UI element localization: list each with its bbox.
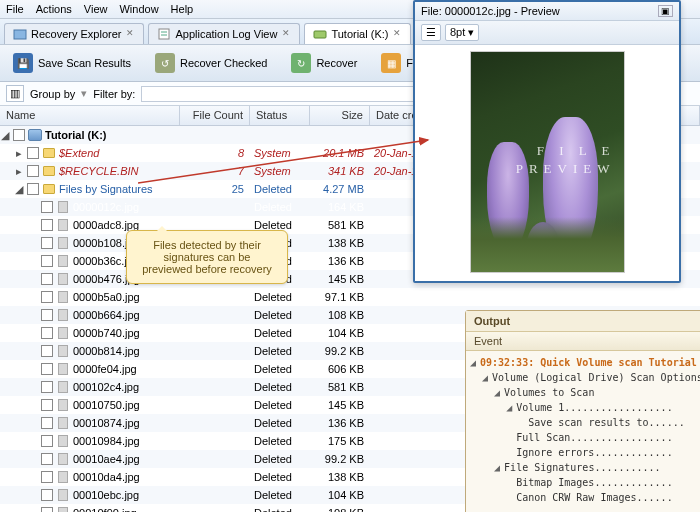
filter-input[interactable] <box>141 86 421 102</box>
recover-label: Recover <box>316 57 357 69</box>
folder-icon <box>42 182 56 196</box>
output-col-event[interactable]: Event <box>466 332 700 351</box>
file-icon <box>56 290 70 304</box>
checkbox[interactable] <box>41 237 53 249</box>
preview-title-text: File: 0000012c.jpg - Preview <box>421 5 560 17</box>
output-body[interactable]: ◢09:32:33: Quick Volume scan Tutorial ◢V… <box>466 351 700 509</box>
checkbox[interactable] <box>41 201 53 213</box>
preview-titlebar[interactable]: File: 0000012c.jpg - Preview ▣ <box>415 2 679 21</box>
menu-file[interactable]: File <box>6 3 24 15</box>
file-icon <box>56 308 70 322</box>
output-pane: Output Event ◢09:32:33: Quick Volume sca… <box>465 310 700 512</box>
checkbox[interactable] <box>41 507 53 512</box>
file-icon <box>56 272 70 286</box>
checkbox[interactable] <box>41 471 53 483</box>
checkbox[interactable] <box>41 381 53 393</box>
folder-icon <box>42 146 56 160</box>
preview-image: F I L E PREVIEW <box>470 51 625 273</box>
file-icon <box>56 434 70 448</box>
log-icon <box>157 27 171 41</box>
checkbox[interactable] <box>27 147 39 159</box>
file-icon <box>56 326 70 340</box>
save-label: Save Scan Results <box>38 57 131 69</box>
tab-label: Tutorial (K:) <box>331 28 388 40</box>
filterby-label[interactable]: Filter by: <box>93 88 135 100</box>
tab-label: Application Log View <box>175 28 277 40</box>
tab-log-view[interactable]: Application Log View ✕ <box>148 23 300 44</box>
file-icon <box>56 218 70 232</box>
file-icon <box>56 398 70 412</box>
checkbox[interactable] <box>27 165 39 177</box>
checkbox[interactable] <box>41 435 53 447</box>
checkbox[interactable] <box>41 489 53 501</box>
checkbox[interactable] <box>41 255 53 267</box>
output-title: Output <box>466 311 700 332</box>
groupby-label[interactable]: Group by <box>30 88 75 100</box>
recover-button[interactable]: ↻ Recover <box>284 49 364 77</box>
callout-tooltip: Files detected by their signatures can b… <box>126 230 288 284</box>
checkbox[interactable] <box>13 129 25 141</box>
pin-icon[interactable]: ▣ <box>658 5 673 17</box>
menu-actions[interactable]: Actions <box>36 3 72 15</box>
file-icon <box>56 344 70 358</box>
checkbox[interactable] <box>41 363 53 375</box>
preview-watermark: F I L E PREVIEW <box>516 142 616 178</box>
preview-icon: ▦ <box>381 53 401 73</box>
file-icon <box>56 488 70 502</box>
menu-window[interactable]: Window <box>119 3 158 15</box>
close-icon[interactable]: ✕ <box>392 29 402 39</box>
menu-help[interactable]: Help <box>171 3 194 15</box>
file-icon <box>56 200 70 214</box>
checkbox[interactable] <box>41 345 53 357</box>
recover-checked-button[interactable]: ↺ Recover Checked <box>148 49 274 77</box>
checkbox[interactable] <box>41 309 53 321</box>
tab-tutorial[interactable]: Tutorial (K:) ✕ <box>304 23 411 44</box>
checkbox[interactable] <box>41 453 53 465</box>
file-icon <box>56 380 70 394</box>
col-name[interactable]: Name <box>0 106 180 125</box>
recover-checked-label: Recover Checked <box>180 57 267 69</box>
menu-view[interactable]: View <box>84 3 108 15</box>
tab-label: Recovery Explorer <box>31 28 121 40</box>
save-icon: 💾 <box>13 53 33 73</box>
checkbox[interactable] <box>41 219 53 231</box>
file-icon <box>56 506 70 512</box>
svg-rect-4 <box>314 31 326 38</box>
file-icon <box>56 470 70 484</box>
svg-rect-0 <box>14 30 26 39</box>
recover-checked-icon: ↺ <box>155 53 175 73</box>
checkbox[interactable] <box>41 399 53 411</box>
recover-icon: ↻ <box>291 53 311 73</box>
explorer-icon <box>13 27 27 41</box>
svg-rect-1 <box>159 29 169 39</box>
zoom-mode-icon[interactable]: ☰ <box>421 24 441 41</box>
file-icon <box>56 254 70 268</box>
checkbox[interactable] <box>41 273 53 285</box>
tab-recovery-explorer[interactable]: Recovery Explorer ✕ <box>4 23 144 44</box>
preview-toolbar: ☰ 8pt ▾ <box>415 21 679 45</box>
checkbox[interactable] <box>27 183 39 195</box>
checkbox[interactable] <box>41 417 53 429</box>
checkbox[interactable] <box>41 291 53 303</box>
checkbox[interactable] <box>41 327 53 339</box>
file-icon <box>56 236 70 250</box>
file-icon <box>56 416 70 430</box>
drive-icon <box>313 27 327 41</box>
col-filecount[interactable]: File Count <box>180 106 250 125</box>
table-row[interactable]: 0000b5a0.jpgDeleted97.1 KB <box>0 288 700 306</box>
file-icon <box>56 362 70 376</box>
save-scan-button[interactable]: 💾 Save Scan Results <box>6 49 138 77</box>
folder-icon <box>42 164 56 178</box>
col-status[interactable]: Status <box>250 106 310 125</box>
groupby-icon[interactable]: ▥ <box>6 85 24 102</box>
col-size[interactable]: Size <box>310 106 370 125</box>
file-icon <box>56 452 70 466</box>
zoom-select[interactable]: 8pt ▾ <box>445 24 479 41</box>
drive-icon <box>28 128 42 142</box>
close-icon[interactable]: ✕ <box>281 29 291 39</box>
close-icon[interactable]: ✕ <box>125 29 135 39</box>
preview-pane: File: 0000012c.jpg - Preview ▣ ☰ 8pt ▾ F… <box>413 0 681 283</box>
